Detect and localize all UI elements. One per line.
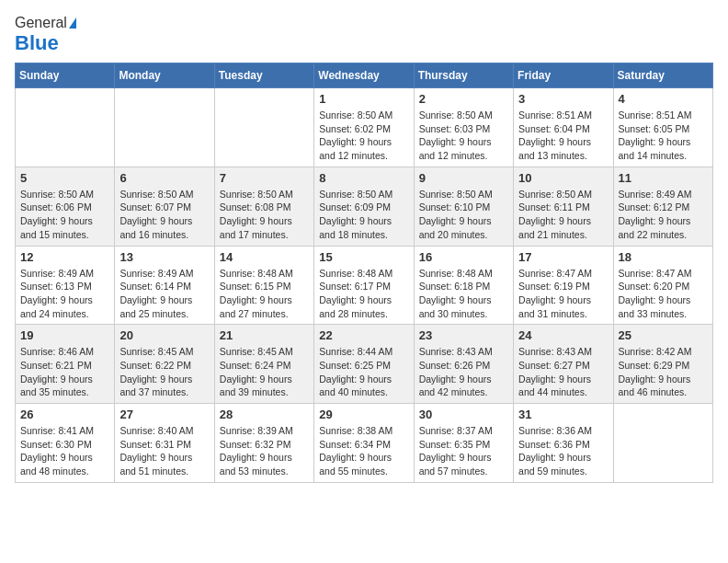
calendar-cell: 1Sunrise: 8:50 AM Sunset: 6:02 PM Daylig… [314, 88, 414, 167]
day-info: Sunrise: 8:50 AM Sunset: 6:02 PM Dayligh… [319, 109, 408, 163]
weekday-header-wednesday: Wednesday [314, 63, 414, 88]
day-info: Sunrise: 8:50 AM Sunset: 6:10 PM Dayligh… [419, 188, 508, 242]
day-info: Sunrise: 8:41 AM Sunset: 6:30 PM Dayligh… [20, 424, 109, 478]
day-number: 28 [220, 408, 309, 421]
weekday-header-friday: Friday [514, 63, 613, 88]
calendar-cell: 29Sunrise: 8:38 AM Sunset: 6:34 PM Dayli… [314, 404, 414, 483]
logo-blue-text: Blue [15, 31, 59, 55]
day-info: Sunrise: 8:48 AM Sunset: 6:17 PM Dayligh… [319, 267, 408, 321]
calendar-cell: 14Sunrise: 8:48 AM Sunset: 6:15 PM Dayli… [214, 246, 313, 325]
day-info: Sunrise: 8:43 AM Sunset: 6:26 PM Dayligh… [419, 345, 508, 399]
calendar-cell: 20Sunrise: 8:45 AM Sunset: 6:22 PM Dayli… [115, 325, 214, 404]
calendar-cell: 5Sunrise: 8:50 AM Sunset: 6:06 PM Daylig… [16, 167, 115, 246]
header: General Blue [15, 15, 713, 55]
day-number: 25 [619, 328, 708, 342]
calendar-cell: 10Sunrise: 8:50 AM Sunset: 6:11 PM Dayli… [514, 167, 613, 246]
day-number: 9 [419, 171, 508, 185]
calendar-cell: 13Sunrise: 8:49 AM Sunset: 6:14 PM Dayli… [115, 246, 214, 325]
calendar-table: SundayMondayTuesdayWednesdayThursdayFrid… [15, 63, 713, 483]
calendar-cell: 31Sunrise: 8:36 AM Sunset: 6:36 PM Dayli… [514, 404, 613, 483]
day-info: Sunrise: 8:36 AM Sunset: 6:36 PM Dayligh… [518, 424, 608, 478]
calendar-week-row: 5Sunrise: 8:50 AM Sunset: 6:06 PM Daylig… [16, 167, 713, 246]
calendar-cell: 7Sunrise: 8:50 AM Sunset: 6:08 PM Daylig… [214, 167, 313, 246]
day-info: Sunrise: 8:44 AM Sunset: 6:25 PM Dayligh… [319, 345, 408, 399]
logo-general-text: General [15, 15, 67, 31]
day-info: Sunrise: 8:50 AM Sunset: 6:03 PM Dayligh… [419, 109, 508, 163]
day-info: Sunrise: 8:42 AM Sunset: 6:29 PM Dayligh… [619, 345, 708, 399]
calendar-cell: 22Sunrise: 8:44 AM Sunset: 6:25 PM Dayli… [314, 325, 414, 404]
day-number: 1 [319, 92, 408, 106]
day-number: 12 [20, 250, 109, 264]
day-number: 31 [518, 408, 608, 421]
calendar-cell: 15Sunrise: 8:48 AM Sunset: 6:17 PM Dayli… [314, 246, 414, 325]
calendar-cell: 6Sunrise: 8:50 AM Sunset: 6:07 PM Daylig… [115, 167, 214, 246]
day-number: 15 [319, 250, 408, 264]
logo-icon [69, 17, 76, 29]
day-info: Sunrise: 8:50 AM Sunset: 6:07 PM Dayligh… [119, 188, 209, 242]
weekday-header-saturday: Saturday [613, 63, 712, 88]
calendar-cell: 21Sunrise: 8:45 AM Sunset: 6:24 PM Dayli… [214, 325, 313, 404]
day-info: Sunrise: 8:48 AM Sunset: 6:15 PM Dayligh… [220, 267, 309, 321]
day-info: Sunrise: 8:46 AM Sunset: 6:21 PM Dayligh… [20, 345, 109, 399]
day-number: 17 [518, 250, 608, 264]
calendar-cell: 8Sunrise: 8:50 AM Sunset: 6:09 PM Daylig… [314, 167, 414, 246]
calendar-cell [16, 88, 115, 167]
day-number: 6 [119, 171, 209, 185]
calendar-cell: 4Sunrise: 8:51 AM Sunset: 6:05 PM Daylig… [613, 88, 712, 167]
calendar-cell: 11Sunrise: 8:49 AM Sunset: 6:12 PM Dayli… [613, 167, 712, 246]
day-info: Sunrise: 8:38 AM Sunset: 6:34 PM Dayligh… [319, 424, 408, 478]
day-info: Sunrise: 8:47 AM Sunset: 6:19 PM Dayligh… [518, 267, 608, 321]
calendar-cell: 30Sunrise: 8:37 AM Sunset: 6:35 PM Dayli… [414, 404, 513, 483]
day-number: 21 [220, 328, 309, 342]
day-info: Sunrise: 8:49 AM Sunset: 6:14 PM Dayligh… [119, 267, 209, 321]
calendar-cell: 26Sunrise: 8:41 AM Sunset: 6:30 PM Dayli… [16, 404, 115, 483]
calendar-week-row: 1Sunrise: 8:50 AM Sunset: 6:02 PM Daylig… [16, 88, 713, 167]
calendar-cell: 19Sunrise: 8:46 AM Sunset: 6:21 PM Dayli… [16, 325, 115, 404]
calendar-cell: 25Sunrise: 8:42 AM Sunset: 6:29 PM Dayli… [613, 325, 712, 404]
weekday-header-row: SundayMondayTuesdayWednesdayThursdayFrid… [16, 63, 713, 88]
day-number: 22 [319, 328, 408, 342]
calendar-cell: 3Sunrise: 8:51 AM Sunset: 6:04 PM Daylig… [514, 88, 613, 167]
day-info: Sunrise: 8:43 AM Sunset: 6:27 PM Dayligh… [518, 345, 608, 399]
calendar-cell: 28Sunrise: 8:39 AM Sunset: 6:32 PM Dayli… [214, 404, 313, 483]
day-number: 2 [419, 92, 508, 106]
day-number: 7 [220, 171, 309, 185]
day-number: 3 [518, 92, 608, 106]
day-number: 5 [20, 171, 109, 185]
day-info: Sunrise: 8:49 AM Sunset: 6:13 PM Dayligh… [20, 267, 109, 321]
weekday-header-monday: Monday [115, 63, 214, 88]
day-number: 8 [319, 171, 408, 185]
calendar-week-row: 19Sunrise: 8:46 AM Sunset: 6:21 PM Dayli… [16, 325, 713, 404]
day-number: 27 [119, 408, 209, 421]
day-number: 13 [119, 250, 209, 264]
day-info: Sunrise: 8:45 AM Sunset: 6:24 PM Dayligh… [220, 345, 309, 399]
day-number: 19 [20, 328, 109, 342]
day-number: 16 [419, 250, 508, 264]
calendar-cell: 27Sunrise: 8:40 AM Sunset: 6:31 PM Dayli… [115, 404, 214, 483]
day-info: Sunrise: 8:51 AM Sunset: 6:04 PM Dayligh… [518, 109, 608, 163]
day-number: 14 [220, 250, 309, 264]
calendar-cell: 17Sunrise: 8:47 AM Sunset: 6:19 PM Dayli… [514, 246, 613, 325]
weekday-header-sunday: Sunday [16, 63, 115, 88]
weekday-header-tuesday: Tuesday [214, 63, 313, 88]
calendar-cell: 18Sunrise: 8:47 AM Sunset: 6:20 PM Dayli… [613, 246, 712, 325]
day-number: 29 [319, 408, 408, 421]
calendar-cell: 2Sunrise: 8:50 AM Sunset: 6:03 PM Daylig… [414, 88, 513, 167]
day-info: Sunrise: 8:37 AM Sunset: 6:35 PM Dayligh… [419, 424, 508, 478]
calendar-cell: 12Sunrise: 8:49 AM Sunset: 6:13 PM Dayli… [16, 246, 115, 325]
day-info: Sunrise: 8:50 AM Sunset: 6:11 PM Dayligh… [518, 188, 608, 242]
day-info: Sunrise: 8:45 AM Sunset: 6:22 PM Dayligh… [119, 345, 209, 399]
calendar-cell [613, 404, 712, 483]
day-info: Sunrise: 8:39 AM Sunset: 6:32 PM Dayligh… [220, 424, 309, 478]
day-number: 30 [419, 408, 508, 421]
day-number: 20 [119, 328, 209, 342]
weekday-header-thursday: Thursday [414, 63, 513, 88]
day-number: 4 [619, 92, 708, 106]
calendar-cell: 16Sunrise: 8:48 AM Sunset: 6:18 PM Dayli… [414, 246, 513, 325]
calendar-cell: 9Sunrise: 8:50 AM Sunset: 6:10 PM Daylig… [414, 167, 513, 246]
logo: General Blue [15, 15, 76, 55]
day-info: Sunrise: 8:50 AM Sunset: 6:08 PM Dayligh… [220, 188, 309, 242]
calendar-cell [214, 88, 313, 167]
calendar-cell: 24Sunrise: 8:43 AM Sunset: 6:27 PM Dayli… [514, 325, 613, 404]
calendar-cell: 23Sunrise: 8:43 AM Sunset: 6:26 PM Dayli… [414, 325, 513, 404]
